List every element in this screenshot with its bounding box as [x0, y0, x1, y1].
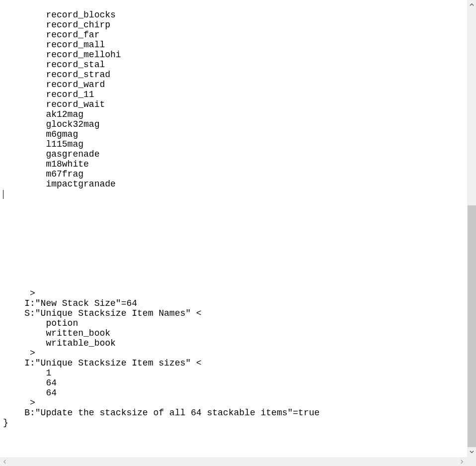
text-line: 1 [3, 368, 467, 378]
text-line: record_11 [3, 90, 467, 99]
text-line: m67frag [3, 169, 467, 179]
scroll-up-arrow[interactable] [467, 0, 476, 9]
scroll-down-arrow[interactable] [467, 447, 476, 457]
text-line: I:"New Stack Size"=64 [3, 298, 467, 308]
text-line: > [3, 288, 467, 298]
text-line: l115mag [3, 139, 467, 149]
text-line [3, 209, 467, 219]
text-line: > [3, 398, 467, 408]
text-line [3, 219, 467, 229]
text-line: record_blocks [3, 10, 467, 20]
text-line: written_book [3, 328, 467, 338]
vertical-scroll-thumb[interactable] [468, 205, 476, 448]
text-line: record_mall [3, 40, 467, 50]
text-line [3, 259, 467, 269]
text-line: } [3, 418, 467, 428]
text-line: m18white [3, 159, 467, 169]
text-line: S:"Unique Stacksize Item Names" < [3, 308, 467, 318]
text-line [3, 189, 467, 199]
text-line [3, 279, 467, 288]
text-line: record_chirp [3, 20, 467, 30]
text-line: record_strad [3, 70, 467, 80]
scroll-right-arrow[interactable] [457, 457, 467, 466]
scrollbar-corner [467, 457, 476, 466]
text-line: ak12mag [3, 109, 467, 119]
text-line: > [3, 348, 467, 358]
text-line: m6gmag [3, 129, 467, 139]
text-caret [3, 190, 3, 199]
vertical-scrollbar[interactable] [467, 0, 476, 457]
text-line: writable_book [3, 338, 467, 348]
text-line: impactgranade [3, 179, 467, 189]
text-line: record_wait [3, 99, 467, 109]
text-line [3, 249, 467, 259]
text-viewport[interactable]: record_blocks record_chirp record_far re… [0, 0, 467, 457]
horizontal-scrollbar[interactable] [0, 457, 467, 466]
text-line: record_mellohi [3, 50, 467, 60]
text-line: B:"Update the stacksize of all 64 stacka… [3, 408, 467, 418]
text-line: glock32mag [3, 119, 467, 129]
text-line: potion [3, 318, 467, 328]
text-line: 64 [3, 388, 467, 398]
text-line: gasgrenade [3, 149, 467, 159]
text-line [3, 239, 467, 249]
scroll-left-arrow[interactable] [0, 457, 9, 466]
text-line [3, 229, 467, 239]
text-line: I:"Unique Stacksize Item sizes" < [3, 358, 467, 368]
text-line: record_far [3, 30, 467, 40]
text-line [3, 199, 467, 209]
text-line [3, 269, 467, 279]
text-line: record_stal [3, 60, 467, 70]
text-line: record_ward [3, 80, 467, 90]
text-line: 64 [3, 378, 467, 388]
